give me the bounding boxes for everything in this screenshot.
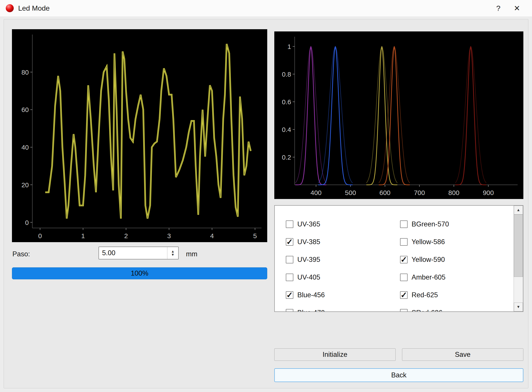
paso-spinner: ▲ ▼ (167, 247, 178, 259)
paso-label: Paso: (12, 250, 30, 258)
led-line: ✓Blue-456✓Red-625 (275, 286, 514, 304)
svg-text:3: 3 (167, 232, 171, 239)
titlebar: Led Mode ? ✕ (0, 0, 532, 16)
back-button[interactable]: Back (274, 368, 523, 382)
save-button[interactable]: Save (402, 348, 523, 361)
check-icon: ✓ (286, 239, 293, 245)
checkbox-BGreen-570[interactable] (400, 220, 408, 228)
led-row-UV-405: UV-405 (286, 268, 320, 286)
svg-text:0.6: 0.6 (282, 98, 291, 106)
arrow-down-icon: ▼ (517, 305, 520, 309)
checkbox-UV-365[interactable] (286, 220, 293, 228)
arrow-up-icon: ▲ (517, 208, 520, 212)
led-rows: UV-365BGreen-570✓UV-385Yellow-586UV-395✓… (275, 206, 514, 311)
height-profile-chart: 012345020406080 (12, 29, 267, 242)
led-row-UV-395: UV-395 (286, 251, 320, 268)
led-row-BGreen-570: BGreen-570 (400, 215, 449, 233)
led-label: UV-395 (297, 256, 320, 264)
scrollbar-down-button[interactable]: ▼ (514, 303, 523, 311)
checkbox-UV-385[interactable]: ✓ (286, 238, 293, 246)
scrollbar[interactable]: ▲ ▼ (514, 206, 523, 311)
svg-text:40: 40 (22, 144, 29, 151)
content-frame: 012345020406080 Paso: ▲ ▼ mm 100% 400500… (4, 19, 528, 388)
check-icon: ✓ (401, 292, 407, 298)
spin-up-button[interactable]: ▲ (171, 250, 175, 253)
svg-text:700: 700 (414, 189, 425, 196)
svg-text:0.4: 0.4 (282, 126, 291, 133)
svg-text:600: 600 (379, 189, 391, 196)
led-line: UV-365BGreen-570 (275, 215, 514, 233)
check-icon: ✓ (401, 256, 407, 263)
led-label: Yellow-590 (411, 256, 445, 264)
svg-text:1: 1 (81, 232, 85, 239)
led-row-Amber-605: Amber-605 (400, 268, 445, 286)
led-checkbox-panel: UV-365BGreen-570✓UV-385Yellow-586UV-395✓… (274, 205, 523, 312)
led-row-Yellow-586: Yellow-586 (400, 233, 445, 251)
led-label: UV-405 (297, 273, 320, 281)
led-label: Blue-470 (297, 309, 325, 311)
led-label: Red-625 (411, 291, 438, 299)
app-icon (6, 4, 14, 12)
paso-spinbox: ▲ ▼ (98, 247, 179, 259)
checkbox-SRed-636[interactable] (400, 309, 408, 311)
led-line: Blue-470SRed-636 (275, 304, 514, 311)
initialize-button[interactable]: Initialize (274, 348, 396, 361)
led-row-UV-365: UV-365 (286, 215, 320, 233)
progress-label: 100% (131, 269, 148, 277)
svg-text:800: 800 (448, 189, 459, 196)
paso-unit-label: mm (186, 250, 197, 258)
led-row-Yellow-590: ✓Yellow-590 (400, 251, 445, 268)
svg-text:0: 0 (38, 232, 42, 239)
checkbox-Blue-470[interactable] (286, 309, 293, 311)
led-label: UV-385 (297, 238, 320, 246)
led-line: ✓UV-385Yellow-586 (275, 233, 514, 251)
window-title: Led Mode (18, 4, 50, 12)
svg-text:5: 5 (253, 232, 257, 239)
led-row-Red-625: ✓Red-625 (400, 286, 438, 304)
scrollbar-up-button[interactable]: ▲ (514, 206, 523, 215)
led-line: UV-405Amber-605 (275, 268, 514, 286)
svg-text:80: 80 (22, 69, 29, 76)
svg-text:2: 2 (124, 232, 128, 239)
svg-text:0: 0 (25, 219, 29, 226)
led-label: BGreen-570 (411, 220, 449, 228)
svg-text:0.8: 0.8 (282, 71, 291, 78)
led-label: UV-365 (297, 220, 320, 228)
svg-text:1: 1 (287, 43, 291, 50)
led-label: Yellow-586 (411, 238, 445, 246)
svg-text:900: 900 (483, 189, 494, 196)
svg-text:500: 500 (345, 189, 356, 196)
spin-down-button[interactable]: ▼ (171, 253, 175, 256)
led-row-Blue-456: ✓Blue-456 (286, 286, 325, 304)
led-row-Blue-470: Blue-470 (286, 304, 325, 311)
led-mode-window: Led Mode ? ✕ 012345020406080 Paso: ▲ ▼ m… (0, 0, 532, 392)
check-icon: ✓ (286, 292, 293, 298)
led-line: UV-395✓Yellow-590 (275, 251, 514, 268)
close-button[interactable]: ✕ (508, 4, 526, 13)
led-label: Amber-605 (411, 273, 445, 281)
paso-input[interactable] (99, 247, 167, 259)
led-row-UV-385: ✓UV-385 (286, 233, 320, 251)
progress-bar: 100% (12, 267, 267, 279)
help-button[interactable]: ? (489, 4, 508, 13)
svg-text:20: 20 (22, 181, 29, 189)
led-label: Blue-456 (297, 291, 325, 299)
checkbox-UV-405[interactable] (286, 274, 293, 281)
checkbox-Yellow-586[interactable] (400, 238, 408, 246)
checkbox-Red-625[interactable]: ✓ (400, 291, 408, 299)
svg-text:60: 60 (22, 106, 29, 113)
svg-text:4: 4 (210, 232, 214, 239)
svg-text:400: 400 (310, 189, 322, 196)
led-row-SRed-636: SRed-636 (400, 304, 443, 311)
checkbox-Blue-456[interactable]: ✓ (286, 291, 293, 299)
led-label: SRed-636 (411, 309, 443, 311)
checkbox-Yellow-590[interactable]: ✓ (400, 256, 408, 263)
checkbox-UV-395[interactable] (286, 256, 293, 263)
scrollbar-thumb[interactable] (514, 215, 523, 277)
svg-text:0.2: 0.2 (282, 154, 291, 161)
checkbox-Amber-605[interactable] (400, 274, 408, 281)
led-spectra-chart: 4005006007008009000.20.40.60.81 (274, 31, 523, 199)
